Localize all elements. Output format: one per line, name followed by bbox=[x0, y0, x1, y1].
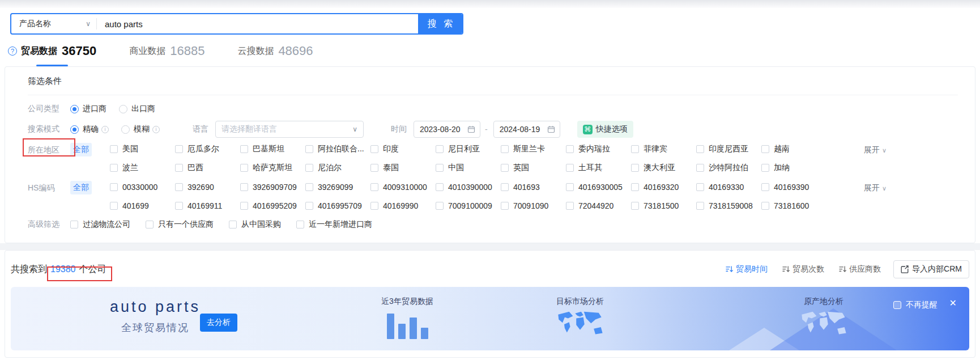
checkbox-icon bbox=[893, 301, 901, 309]
quick-options-button[interactable]: ⌘ 快捷选项 bbox=[577, 121, 633, 138]
hs-checkbox[interactable]: 73181500 bbox=[631, 200, 696, 212]
radio-exact-mode[interactable]: 精确 i bbox=[70, 124, 109, 134]
region-checkbox[interactable]: 泰国 bbox=[370, 162, 436, 174]
region-checkbox[interactable]: 尼日利亚 bbox=[436, 143, 501, 155]
region-checkbox[interactable]: 越南 bbox=[761, 143, 826, 155]
advanced-checkbox-new-importer[interactable]: 近一年新增进口商 bbox=[296, 218, 372, 231]
radio-exporter[interactable]: 出口商 bbox=[119, 104, 155, 114]
banner-card-origin: 原产地分析 bbox=[773, 297, 875, 345]
hs-checkbox[interactable]: 4009310000 bbox=[370, 181, 436, 193]
chevron-down-icon: ∨ bbox=[882, 147, 887, 154]
filter-group-region: 所在地区 全部 美国 厄瓜多尔 巴基斯坦 阿拉伯联合... 印度 尼日利亚 斯里… bbox=[5, 139, 975, 177]
radio-importer[interactable]: 进口商 bbox=[70, 104, 106, 114]
hs-checkbox[interactable]: 3926909709 bbox=[240, 181, 305, 193]
tab-business-data[interactable]: 商业数据 16885 bbox=[129, 44, 204, 66]
region-all-column: 全部 bbox=[70, 143, 110, 156]
region-checkbox[interactable]: 哈萨克斯坦 bbox=[240, 162, 305, 174]
region-all-chip[interactable]: 全部 bbox=[70, 143, 92, 156]
region-checkbox[interactable]: 波兰 bbox=[110, 162, 175, 174]
advanced-checkbox-logistics[interactable]: 过滤物流公司 bbox=[70, 218, 130, 231]
hs-checkbox[interactable]: 40169330 bbox=[696, 181, 761, 193]
filter-panel: 筛选条件 公司类型 进口商 出口商 搜索模式 精确 i 模糊 i 语言 请选择翻… bbox=[5, 66, 975, 243]
checkbox-icon bbox=[436, 164, 444, 172]
end-date-picker[interactable]: 2024-08-19 bbox=[493, 121, 560, 138]
region-checkbox[interactable]: 巴西 bbox=[175, 162, 240, 174]
radio-fuzzy-mode[interactable]: 模糊 i bbox=[121, 124, 160, 134]
checkbox-icon bbox=[631, 183, 639, 191]
region-checkbox[interactable]: 土耳其 bbox=[566, 162, 631, 174]
advanced-checkbox-from-china[interactable]: 从中国采购 bbox=[229, 218, 281, 231]
hs-checkbox[interactable]: 70091090 bbox=[501, 200, 566, 212]
hs-checkbox[interactable]: 392690 bbox=[175, 181, 240, 193]
region-checkbox[interactable]: 英国 bbox=[501, 162, 566, 174]
sort-trade-count[interactable]: 贸易次数 bbox=[782, 264, 824, 274]
radio-selected-icon bbox=[70, 125, 79, 134]
dismiss-reminder-checkbox[interactable]: 不再提醒 bbox=[893, 300, 938, 310]
region-checkbox[interactable]: 中国 bbox=[436, 162, 501, 174]
sort-icon bbox=[782, 266, 790, 273]
hs-expand-link[interactable]: 展开∨ bbox=[864, 183, 887, 193]
quick-options-label: 快捷选项 bbox=[596, 124, 628, 134]
language-select[interactable]: 请选择翻译语言 ∨ bbox=[215, 121, 364, 138]
checkbox-icon bbox=[761, 183, 769, 191]
region-checkbox[interactable]: 澳大利亚 bbox=[631, 162, 696, 174]
region-checkbox[interactable]: 印度 bbox=[370, 143, 436, 155]
region-checkbox[interactable]: 尼泊尔 bbox=[305, 162, 370, 174]
checkbox-icon bbox=[370, 164, 378, 172]
banner-card-target-market: 目标市场分析 bbox=[529, 297, 631, 345]
radio-unselected-icon bbox=[121, 125, 130, 134]
checkbox-icon bbox=[761, 202, 769, 210]
checkbox-icon bbox=[110, 164, 118, 172]
hs-checkbox[interactable]: 40169911 bbox=[175, 200, 240, 212]
sort-trade-time[interactable]: 贸易时间 bbox=[726, 264, 768, 274]
close-icon[interactable]: ✕ bbox=[949, 299, 957, 308]
hs-checkbox[interactable]: 72044920 bbox=[566, 200, 631, 212]
sort-supplier-count[interactable]: 供应商数 bbox=[839, 264, 881, 274]
checkbox-icon bbox=[436, 145, 444, 153]
region-checkbox[interactable]: 菲律宾 bbox=[631, 143, 696, 155]
hs-checkbox[interactable]: 73181600 bbox=[761, 200, 826, 212]
tab-cloud-search-data[interactable]: 云搜数据 48696 bbox=[237, 44, 313, 66]
region-checkbox[interactable]: 阿拉伯联合... bbox=[305, 143, 370, 155]
tab-trade-data[interactable]: ? 贸易数据 36750 bbox=[8, 44, 96, 66]
info-icon[interactable]: i bbox=[152, 126, 160, 133]
checkbox-icon bbox=[501, 183, 509, 191]
hs-checkbox[interactable]: 4016995209 bbox=[240, 200, 305, 212]
advanced-checkbox-single-supplier[interactable]: 只有一个供应商 bbox=[146, 218, 214, 231]
sort-icon bbox=[726, 266, 733, 273]
question-circle-icon[interactable]: ? bbox=[8, 46, 17, 56]
region-checkbox[interactable]: 巴基斯坦 bbox=[240, 143, 305, 155]
chevron-down-icon: ∨ bbox=[86, 20, 91, 27]
hs-all-chip[interactable]: 全部 bbox=[70, 181, 92, 194]
region-checkbox[interactable]: 委内瑞拉 bbox=[566, 143, 631, 155]
start-date-picker[interactable]: 2023-08-20 bbox=[414, 121, 480, 138]
region-checkbox[interactable]: 厄瓜多尔 bbox=[175, 143, 240, 155]
region-checkbox[interactable]: 沙特阿拉伯 bbox=[696, 162, 761, 174]
hs-checkbox[interactable]: 7009100009 bbox=[436, 200, 501, 212]
hs-checkbox[interactable]: 4010390000 bbox=[436, 181, 501, 193]
checkbox-icon bbox=[696, 164, 704, 172]
search-bar: 产品名称 ∨ 搜 索 bbox=[10, 13, 463, 35]
region-checkbox[interactable]: 加纳 bbox=[761, 162, 826, 174]
hs-checkbox[interactable]: 7318159008 bbox=[696, 200, 761, 212]
hs-checkbox[interactable]: 4016995709 bbox=[305, 200, 370, 212]
info-icon[interactable]: i bbox=[101, 126, 109, 133]
hs-checkbox[interactable]: 00330000 bbox=[110, 181, 175, 193]
go-analyze-button[interactable]: 去分析 bbox=[200, 314, 237, 332]
region-expand-link[interactable]: 展开∨ bbox=[864, 145, 887, 155]
search-button[interactable]: 搜 索 bbox=[418, 14, 462, 33]
hs-checkbox[interactable]: 40169990 bbox=[370, 200, 436, 212]
hs-checkbox[interactable]: 40169390 bbox=[761, 181, 826, 193]
search-category-select[interactable]: 产品名称 ∨ bbox=[11, 14, 96, 33]
hs-checkbox[interactable]: 39269099 bbox=[305, 181, 370, 193]
search-input[interactable] bbox=[97, 14, 418, 33]
hs-checkbox[interactable]: 4016930005 bbox=[566, 181, 631, 193]
import-crm-button[interactable]: 导入内部CRM bbox=[893, 260, 969, 278]
region-checkbox[interactable]: 印度尼西亚 bbox=[696, 143, 761, 155]
hs-checkbox[interactable]: 401699 bbox=[110, 200, 175, 212]
checkbox-icon bbox=[566, 183, 574, 191]
hs-checkbox[interactable]: 40169320 bbox=[631, 181, 696, 193]
region-checkbox[interactable]: 斯里兰卡 bbox=[501, 143, 566, 155]
hs-checkbox[interactable]: 401693 bbox=[501, 181, 566, 193]
region-checkbox[interactable]: 美国 bbox=[110, 143, 175, 155]
